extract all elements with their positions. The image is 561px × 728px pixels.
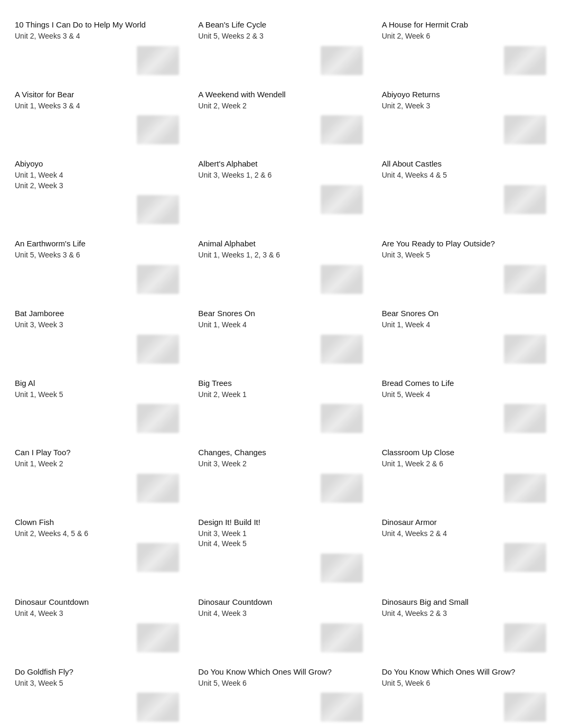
book-thumbnail bbox=[504, 185, 546, 214]
book-thumbnail bbox=[137, 543, 179, 572]
book-item[interactable]: Do Goldfish Fly?Unit 3, Week 5 bbox=[5, 658, 189, 727]
book-item[interactable]: Bread Comes to LifeUnit 5, Week 4 bbox=[372, 369, 556, 439]
book-thumbnail bbox=[137, 265, 179, 294]
book-thumbnail bbox=[137, 195, 179, 224]
book-item[interactable]: Do You Know Which Ones Will Grow?Unit 5,… bbox=[372, 658, 556, 727]
book-unit: Unit 5, Week 6 bbox=[382, 678, 546, 689]
book-title: Do You Know Which Ones Will Grow? bbox=[382, 666, 546, 677]
book-unit: Unit 5, Week 6 bbox=[198, 678, 362, 689]
book-title: Dinosaur Countdown bbox=[15, 596, 179, 607]
book-title: Animal Alphabet bbox=[198, 238, 362, 249]
book-unit: Unit 4, Week 3 bbox=[198, 609, 362, 619]
book-title: Can I Play Too? bbox=[15, 447, 179, 458]
book-item[interactable]: A Visitor for BearUnit 1, Weeks 3 & 4 bbox=[5, 80, 189, 150]
book-title: All About Castles bbox=[382, 158, 546, 169]
book-title: Big Trees bbox=[198, 377, 362, 389]
book-unit: Unit 3, Week 5 bbox=[15, 678, 179, 689]
book-title: Clown Fish bbox=[15, 517, 179, 528]
book-unit: Unit 1, Week 2 bbox=[15, 459, 179, 469]
book-title: Do You Know Which Ones Will Grow? bbox=[198, 666, 362, 677]
book-unit: Unit 3, Week 2 bbox=[198, 459, 362, 469]
book-thumbnail bbox=[321, 554, 363, 583]
book-unit: Unit 2, Week 6 bbox=[382, 31, 546, 42]
book-item[interactable]: Dinosaur CountdownUnit 4, Week 3 bbox=[189, 588, 372, 658]
book-thumbnail bbox=[137, 335, 179, 364]
book-title: An Earthworm's Life bbox=[15, 238, 179, 249]
book-unit: Unit 4, Weeks 2 & 3 bbox=[382, 609, 546, 619]
book-item[interactable]: Big AlUnit 1, Week 5 bbox=[5, 369, 189, 439]
book-item[interactable]: Bear Snores OnUnit 1, Week 4 bbox=[372, 299, 556, 369]
book-unit: Unit 1, Weeks 1, 2, 3 & 6 bbox=[198, 250, 362, 261]
book-item[interactable]: A House for Hermit CrabUnit 2, Week 6 bbox=[372, 11, 556, 80]
book-title: A Weekend with Wendell bbox=[198, 89, 362, 100]
book-unit: Unit 2, Weeks 3 & 4 bbox=[15, 31, 179, 42]
book-unit: Unit 5, Weeks 3 & 6 bbox=[15, 250, 179, 261]
book-unit: Unit 3, Week 5 bbox=[382, 250, 546, 261]
book-item[interactable]: Dinosaur CountdownUnit 4, Week 3 bbox=[5, 588, 189, 658]
book-item[interactable]: Bear Snores OnUnit 1, Week 4 bbox=[189, 299, 372, 369]
book-thumbnail bbox=[321, 115, 363, 144]
book-item[interactable]: All About CastlesUnit 4, Weeks 4 & 5 bbox=[372, 150, 556, 229]
book-item[interactable]: Dinosaur ArmorUnit 4, Weeks 2 & 4 bbox=[372, 508, 556, 588]
book-unit: Unit 1, Week 2 & 6 bbox=[382, 459, 546, 469]
book-item[interactable]: Albert's AlphabetUnit 3, Weeks 1, 2 & 6 bbox=[189, 150, 372, 229]
book-thumbnail bbox=[321, 335, 363, 364]
book-item[interactable]: Animal AlphabetUnit 1, Weeks 1, 2, 3 & 6 bbox=[189, 229, 372, 299]
book-title: Changes, Changes bbox=[198, 447, 362, 458]
book-title: 10 Things I Can Do to Help My World bbox=[15, 19, 179, 30]
book-unit: Unit 2, Weeks 4, 5 & 6 bbox=[15, 529, 179, 539]
book-item[interactable]: Design It! Build It!Unit 3, Week 1Unit 4… bbox=[189, 508, 372, 588]
book-unit: Unit 3, Week 1Unit 4, Week 5 bbox=[198, 529, 362, 549]
book-title: Big Al bbox=[15, 377, 179, 389]
book-item[interactable]: An Earthworm's LifeUnit 5, Weeks 3 & 6 bbox=[5, 229, 189, 299]
book-title: Albert's Alphabet bbox=[198, 158, 362, 169]
book-grid: 10 Things I Can Do to Help My WorldUnit … bbox=[0, 0, 561, 728]
book-thumbnail bbox=[321, 46, 363, 75]
book-title: Abiyoyo Returns bbox=[382, 89, 546, 100]
book-item[interactable]: A Weekend with WendellUnit 2, Week 2 bbox=[189, 80, 372, 150]
book-unit: Unit 4, Weeks 4 & 5 bbox=[382, 170, 546, 181]
book-thumbnail bbox=[504, 623, 546, 652]
book-item[interactable]: A Bean's Life CycleUnit 5, Weeks 2 & 3 bbox=[189, 11, 372, 80]
book-item[interactable]: Dinosaurs Big and SmallUnit 4, Weeks 2 &… bbox=[372, 588, 556, 658]
book-item[interactable]: Clown FishUnit 2, Weeks 4, 5 & 6 bbox=[5, 508, 189, 588]
book-title: Dinosaur Countdown bbox=[198, 596, 362, 607]
book-title: A House for Hermit Crab bbox=[382, 19, 546, 30]
book-thumbnail bbox=[137, 623, 179, 652]
book-title: Do Goldfish Fly? bbox=[15, 666, 179, 677]
book-item[interactable]: Bat JamboreeUnit 3, Week 3 bbox=[5, 299, 189, 369]
book-thumbnail bbox=[504, 543, 546, 572]
book-unit: Unit 5, Weeks 2 & 3 bbox=[198, 31, 362, 42]
book-thumbnail bbox=[504, 265, 546, 294]
book-thumbnail bbox=[137, 404, 179, 433]
book-unit: Unit 4, Week 3 bbox=[15, 609, 179, 619]
book-item[interactable]: Do You Know Which Ones Will Grow?Unit 5,… bbox=[189, 658, 372, 727]
book-thumbnail bbox=[504, 474, 546, 503]
book-item[interactable]: Abiyoyo ReturnsUnit 2, Week 3 bbox=[372, 80, 556, 150]
book-item[interactable]: Big TreesUnit 2, Week 1 bbox=[189, 369, 372, 439]
book-thumbnail bbox=[137, 474, 179, 503]
book-item[interactable]: Classroom Up CloseUnit 1, Week 2 & 6 bbox=[372, 438, 556, 508]
book-unit: Unit 1, Week 4 bbox=[198, 320, 362, 330]
book-thumbnail bbox=[504, 404, 546, 433]
book-item[interactable]: AbiyoyoUnit 1, Week 4Unit 2, Week 3 bbox=[5, 150, 189, 229]
book-thumbnail bbox=[321, 265, 363, 294]
book-thumbnail bbox=[321, 623, 363, 652]
book-title: A Bean's Life Cycle bbox=[198, 19, 362, 30]
book-item[interactable]: Are You Ready to Play Outside?Unit 3, We… bbox=[372, 229, 556, 299]
book-unit: Unit 4, Weeks 2 & 4 bbox=[382, 529, 546, 539]
book-unit: Unit 1, Weeks 3 & 4 bbox=[15, 101, 179, 112]
book-title: Bear Snores On bbox=[198, 308, 362, 319]
book-title: Classroom Up Close bbox=[382, 447, 546, 458]
book-item[interactable]: 10 Things I Can Do to Help My WorldUnit … bbox=[5, 11, 189, 80]
book-item[interactable]: Changes, ChangesUnit 3, Week 2 bbox=[189, 438, 372, 508]
book-title: Bat Jamboree bbox=[15, 308, 179, 319]
book-item[interactable]: Can I Play Too?Unit 1, Week 2 bbox=[5, 438, 189, 508]
book-thumbnail bbox=[504, 46, 546, 75]
book-unit: Unit 2, Week 1 bbox=[198, 390, 362, 400]
book-title: Dinosaurs Big and Small bbox=[382, 596, 546, 607]
book-unit: Unit 1, Week 4 bbox=[382, 320, 546, 330]
book-unit: Unit 2, Week 3 bbox=[382, 101, 546, 112]
book-title: A Visitor for Bear bbox=[15, 89, 179, 100]
book-title: Bread Comes to Life bbox=[382, 377, 546, 389]
